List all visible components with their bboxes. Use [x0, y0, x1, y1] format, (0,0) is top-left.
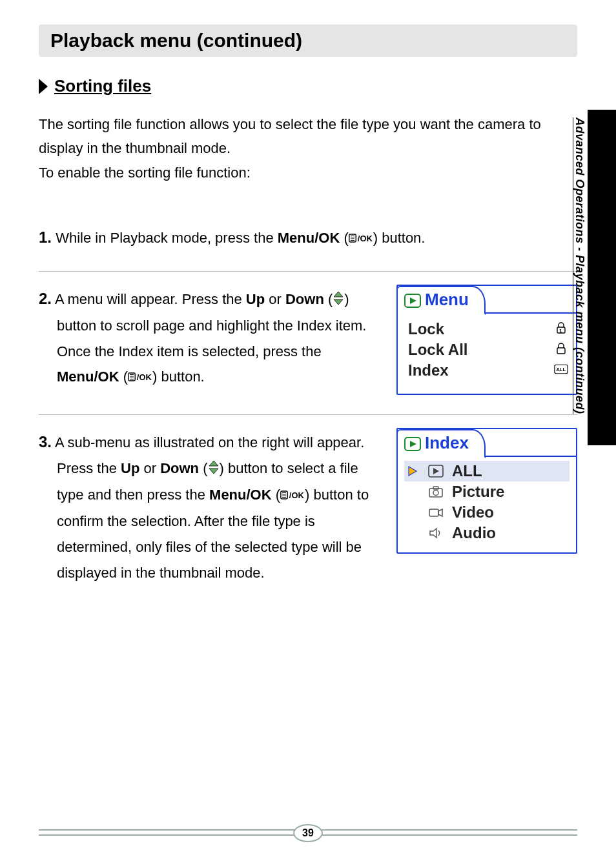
step-3-number: 3. — [39, 433, 52, 450]
lock-one-icon: 1 — [554, 320, 568, 338]
step-1-number: 1. — [39, 228, 52, 246]
svg-marker-13 — [410, 298, 416, 304]
playback-icon — [404, 292, 421, 312]
svg-rect-34 — [429, 509, 438, 516]
svg-marker-20 — [209, 469, 218, 474]
step-3-text: 3. A sub-menu as illustrated on the righ… — [39, 428, 377, 585]
menu-ok-icon: /OK — [128, 365, 152, 391]
chevron-right-icon — [39, 79, 48, 94]
menu-body: Lock1 Lock All IndexALL — [398, 312, 576, 394]
svg-rect-16 — [557, 348, 565, 354]
index-row-all: ALL — [404, 461, 570, 481]
page-header: Playback menu (continued) — [39, 25, 577, 57]
all-badge-icon: ALL — [554, 361, 568, 379]
svg-marker-36 — [430, 529, 436, 538]
steps-list: 1. While in Playback mode, press the Men… — [39, 210, 577, 605]
lock-icon — [554, 341, 568, 359]
index-row-audio: Audio — [404, 523, 570, 543]
playback-icon — [404, 436, 421, 456]
svg-marker-6 — [334, 299, 343, 305]
step-3: 3. A sub-menu as illustrated on the righ… — [39, 415, 577, 605]
step-2: 2. A menu will appear. Press the Up or D… — [39, 272, 577, 415]
svg-text:/OK: /OK — [289, 490, 305, 500]
figure-menu-screen: Menu Lock1 Lock All IndexALL — [396, 285, 577, 395]
svg-marker-27 — [410, 441, 416, 447]
index-body: ALL Picture Video — [398, 456, 576, 552]
menu-ok-icon: /OK — [280, 483, 305, 509]
index-row-picture: Picture — [404, 481, 570, 502]
svg-text:/OK: /OK — [358, 234, 373, 243]
svg-marker-35 — [438, 509, 442, 516]
svg-text:1: 1 — [559, 328, 562, 334]
step-1: 1. While in Playback mode, press the Men… — [39, 210, 577, 272]
svg-marker-19 — [209, 461, 218, 466]
figure-index-screen: Index ALL Picture — [396, 428, 577, 554]
camera-icon — [427, 485, 444, 498]
menu-screen-box: Menu Lock1 Lock All IndexALL — [396, 285, 577, 395]
intro-line1: The sorting file function allows you to … — [39, 116, 541, 156]
side-tab-label: Advanced Operations - Playback menu (con… — [573, 117, 586, 414]
intro-line2: To enable the sorting file function: — [39, 165, 251, 181]
svg-marker-5 — [334, 292, 343, 297]
section-subheading: Sorting files — [54, 76, 151, 96]
up-down-icon — [208, 457, 220, 483]
svg-marker-30 — [433, 468, 439, 474]
index-tab: Index — [396, 429, 486, 458]
menu-row-lock: Lock1 — [408, 319, 568, 339]
svg-text:ALL: ALL — [556, 367, 566, 373]
playback-icon — [427, 465, 444, 478]
step-2-cont: button to scroll page and highlight the … — [39, 313, 377, 390]
svg-text:/OK: /OK — [137, 372, 152, 382]
menu-row-index: IndexALL — [408, 360, 568, 381]
subheading-row: Sorting files — [39, 76, 577, 96]
step-3-cont: Press the Up or Down () button to select… — [39, 456, 377, 585]
selection-arrow-icon — [407, 465, 420, 477]
svg-point-33 — [433, 490, 438, 496]
speaker-icon — [427, 527, 444, 540]
svg-rect-32 — [433, 487, 438, 489]
step-2-number: 2. — [39, 290, 52, 307]
index-row-video: Video — [404, 502, 570, 523]
menu-ok-icon: /OK — [349, 227, 373, 252]
up-down-icon — [333, 288, 344, 314]
index-screen-box: Index ALL Picture — [396, 428, 577, 554]
menu-tab: Menu — [396, 286, 486, 315]
intro-text: The sorting file function allows you to … — [39, 112, 577, 185]
page-number: 39 — [293, 824, 323, 842]
video-camera-icon — [427, 506, 444, 519]
step-1-text: 1. While in Playback mode, press the Men… — [39, 223, 577, 252]
step-2-text: 2. A menu will appear. Press the Up or D… — [39, 285, 377, 390]
svg-marker-28 — [409, 467, 416, 476]
menu-row-lockall: Lock All — [408, 339, 568, 360]
side-tab-bar — [588, 110, 616, 445]
page-title: Playback menu (continued) — [50, 30, 566, 52]
